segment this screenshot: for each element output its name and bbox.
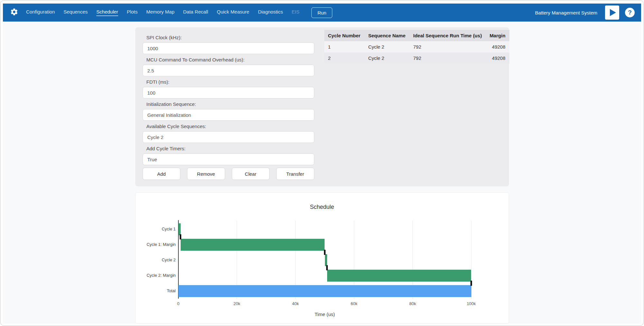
app-title: Battery Management System [535, 10, 597, 15]
chart-marker [326, 265, 328, 270]
transfer-button[interactable]: Transfer [276, 168, 314, 180]
cell-run-time: 792 [409, 41, 486, 52]
header-sequence-name: Sequence Name [364, 30, 409, 41]
chart-bar [325, 254, 327, 266]
nav-item-memory-map[interactable]: Memory Map [146, 9, 175, 16]
chart-bar [178, 223, 181, 235]
chart-row-label: Cycle 1 [131, 227, 176, 231]
nav-item-quick-measure[interactable]: Quick Measure [217, 9, 249, 16]
add-button[interactable]: Add [143, 168, 181, 180]
spi-clock-input[interactable] [143, 42, 314, 54]
mcu-overhead-input[interactable] [143, 65, 314, 76]
schedule-card: Schedule 020k40k60k80k100kCycle 1Cycle 1… [135, 192, 509, 324]
chart-title: Schedule [136, 193, 509, 210]
chart-row-label: Total [131, 288, 176, 293]
field-init-sequence: Initialization Sequence: [143, 101, 314, 121]
field-mcu-overhead: MCU Command To Command Overhead (us): [143, 57, 314, 76]
chart-tick-label: 100k [463, 301, 479, 306]
top-nav: Configuration Sequences Scheduler Plots … [3, 4, 641, 22]
chart-plot-area: 020k40k60k80k100kCycle 1Cycle 1: MarginC… [178, 221, 471, 299]
chart-bar [178, 285, 471, 297]
fdti-label: FDTI (ms): [147, 79, 314, 85]
play-icon [610, 9, 616, 16]
fdti-input[interactable] [143, 87, 314, 98]
header-margin: Margin [486, 30, 509, 41]
field-spi-clock: SPI Clock (kHz): [143, 34, 314, 54]
help-button[interactable]: ? [625, 8, 635, 17]
chart-marker [324, 250, 326, 255]
play-button[interactable] [605, 5, 619, 20]
topbar-right: Battery Management System ? [535, 5, 635, 20]
cell-run-time: 792 [409, 52, 486, 64]
main-content: SPI Clock (kHz): MCU Command To Command … [3, 22, 641, 324]
chart-tick-label: 20k [229, 301, 245, 306]
nav-item-plots[interactable]: Plots [127, 9, 137, 16]
init-sequence-input[interactable] [143, 109, 314, 121]
nav-item-data-recall[interactable]: Data Recall [183, 9, 208, 16]
field-cycle-timers: Add Cycle Timers: [143, 145, 314, 165]
app-window: Configuration Sequences Scheduler Plots … [0, 0, 644, 326]
init-sequence-label: Initialization Sequence: [147, 101, 314, 107]
chart-tick-label: 60k [346, 301, 362, 306]
settings-button[interactable] [9, 8, 19, 17]
cell-cycle-number: 1 [324, 41, 365, 52]
nav-item-scheduler[interactable]: Scheduler [96, 9, 118, 16]
cycle-sequences-label: Available Cycle Sequences: [147, 123, 314, 129]
gear-icon [10, 8, 18, 17]
chart-marker [470, 281, 472, 286]
header-run-time: Ideal Sequence Run Time (us) [409, 30, 486, 41]
cell-margin: 49208 [486, 52, 509, 64]
cell-cycle-number: 2 [324, 52, 365, 64]
cycle-timers-input[interactable] [143, 154, 314, 165]
question-mark-icon: ? [628, 9, 632, 16]
chart-tick-label: 80k [405, 301, 421, 306]
cycle-sequences-input[interactable] [143, 131, 314, 143]
chart-row-label: Cycle 1: Margin [131, 242, 176, 247]
nav-item-eis[interactable]: EIS [292, 9, 299, 16]
table-header-row: Cycle Number Sequence Name Ideal Sequenc… [324, 30, 509, 41]
nav-item-sequences[interactable]: Sequences [63, 9, 88, 16]
field-cycle-sequences: Available Cycle Sequences: [143, 123, 314, 143]
cycles-table: Cycle Number Sequence Name Ideal Sequenc… [324, 30, 509, 64]
remove-button[interactable]: Remove [187, 168, 225, 180]
spi-clock-label: SPI Clock (kHz): [147, 34, 314, 41]
chart-bar [181, 239, 325, 251]
run-button[interactable]: Run [311, 7, 333, 18]
cell-sequence-name: Cycle 2 [364, 41, 409, 52]
cell-margin: 49208 [486, 41, 509, 52]
scheduler-settings-panel: SPI Clock (kHz): MCU Command To Command … [135, 27, 509, 186]
mcu-overhead-label: MCU Command To Command Overhead (us): [147, 57, 314, 63]
chart-x-axis-title: Time (us) [178, 312, 471, 317]
cell-sequence-name: Cycle 2 [364, 52, 409, 64]
nav-item-configuration[interactable]: Configuration [26, 9, 55, 16]
chart-bar [327, 270, 471, 282]
table-row[interactable]: 1 Cycle 2 792 49208 [324, 41, 509, 52]
chart-row-label: Cycle 2 [131, 257, 176, 262]
nav-item-diagnostics[interactable]: Diagnostics [258, 9, 283, 16]
table-row[interactable]: 2 Cycle 2 792 49208 [324, 52, 509, 64]
chart-marker [180, 234, 181, 239]
form-button-row: Add Remove Clear Transfer [143, 168, 314, 180]
header-cycle-number: Cycle Number [324, 30, 365, 41]
scheduler-form: SPI Clock (kHz): MCU Command To Command … [143, 34, 314, 180]
field-fdti: FDTI (ms): [143, 79, 314, 98]
chart-tick-label: 40k [288, 301, 304, 306]
clear-button[interactable]: Clear [232, 168, 270, 180]
chart-tick-label: 0 [170, 301, 186, 306]
chart-row-label: Cycle 2: Margin [131, 273, 176, 278]
cycle-timers-label: Add Cycle Timers: [147, 145, 314, 152]
